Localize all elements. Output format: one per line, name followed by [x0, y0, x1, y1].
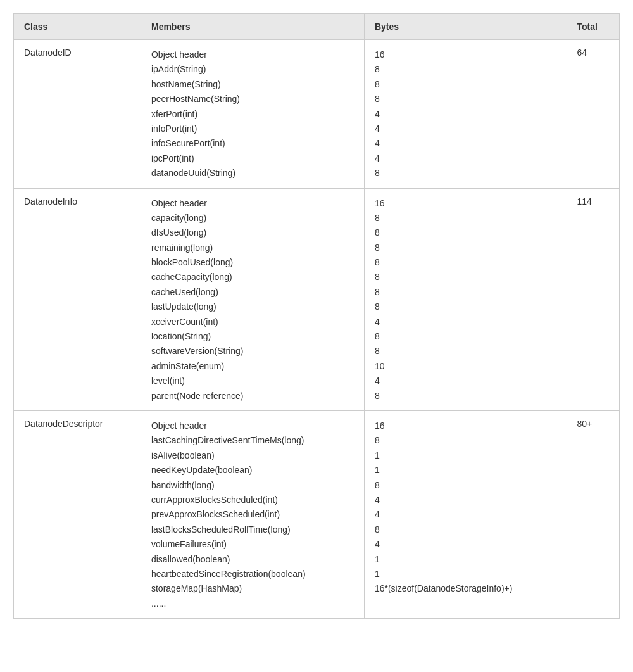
member-item: lastCachingDirectiveSentTimeMs(long) — [151, 433, 354, 447]
member-item: disallowed(boolean) — [151, 552, 354, 566]
byte-item: 4 — [375, 537, 556, 551]
byte-item: 4 — [375, 374, 556, 388]
member-item: Object header — [151, 419, 354, 433]
member-item: Object header — [151, 196, 354, 210]
member-item: hostName(String) — [151, 77, 354, 91]
member-item: currApproxBlocksScheduled(int) — [151, 493, 354, 507]
member-item: ipAddr(String) — [151, 62, 354, 76]
byte-item: 8 — [375, 344, 556, 358]
byte-item: 8 — [375, 62, 556, 76]
bytes-cell: 16811844841116*(sizeof(DatanodeStorageIn… — [364, 410, 567, 618]
member-item: cacheCapacity(long) — [151, 270, 354, 284]
member-item: needKeyUpdate(boolean) — [151, 463, 354, 477]
member-item: storageMap(HashMap) — [151, 581, 354, 595]
member-item: infoPort(int) — [151, 122, 354, 136]
byte-item: 4 — [375, 122, 556, 136]
member-item: prevApproxBlocksScheduled(int) — [151, 507, 354, 521]
member-item: xceiverCount(int) — [151, 315, 354, 329]
member-item: Object header — [151, 48, 354, 61]
byte-item: 4 — [375, 151, 556, 165]
member-item: datanodeUuid(String) — [151, 166, 354, 180]
byte-item: 16 — [375, 48, 556, 61]
byte-item: 8 — [375, 211, 556, 225]
byte-item: 8 — [375, 300, 556, 314]
bytes-cell: 1688844448 — [364, 40, 567, 189]
member-item: adminState(enum) — [151, 359, 354, 373]
member-item: location(String) — [151, 329, 354, 343]
class-cell: DatanodeID — [14, 40, 141, 189]
member-item: peerHostName(String) — [151, 92, 354, 106]
table-row: DatanodeDescriptorObject headerlastCachi… — [14, 410, 620, 618]
byte-item: 4 — [375, 107, 556, 121]
byte-item: 8 — [375, 523, 556, 536]
members-cell: Object headeripAddr(String)hostName(Stri… — [141, 40, 364, 189]
data-table: Class Members Bytes Total DatanodeIDObje… — [13, 13, 620, 619]
member-item: level(int) — [151, 374, 354, 388]
bytes-cell: 1688888884881048 — [364, 188, 567, 410]
member-item: cacheUsed(long) — [151, 285, 354, 299]
member-item: dfsUsed(long) — [151, 225, 354, 239]
byte-item: 8 — [375, 478, 556, 492]
members-cell: Object headercapacity(long)dfsUsed(long)… — [141, 188, 364, 410]
header-bytes: Bytes — [364, 14, 567, 40]
byte-item: 4 — [375, 136, 556, 150]
byte-item: 8 — [375, 329, 556, 343]
member-item: volumeFailures(int) — [151, 537, 354, 551]
class-name: DatanodeID — [24, 48, 72, 58]
byte-item: 4 — [375, 507, 556, 521]
member-item: softwareVersion(String) — [151, 344, 354, 358]
byte-item: 10 — [375, 359, 556, 373]
byte-item: 8 — [375, 241, 556, 255]
byte-item: 16 — [375, 419, 556, 433]
member-item: capacity(long) — [151, 211, 354, 225]
member-item: bandwidth(long) — [151, 478, 354, 492]
class-cell: DatanodeInfo — [14, 188, 141, 410]
byte-item: 1 — [375, 463, 556, 477]
member-item: blockPoolUsed(long) — [151, 255, 354, 269]
member-item: heartbeatedSinceRegistration(boolean) — [151, 567, 354, 581]
total-cell: 64 — [567, 40, 619, 189]
header-total: Total — [567, 14, 619, 40]
byte-item: 8 — [375, 77, 556, 91]
table-header-row: Class Members Bytes Total — [14, 14, 620, 40]
member-item: infoSecurePort(int) — [151, 136, 354, 150]
table-row: DatanodeIDObject headeripAddr(String)hos… — [14, 40, 620, 189]
byte-item: 8 — [375, 433, 556, 447]
byte-item: 8 — [375, 285, 556, 299]
byte-item: 8 — [375, 166, 556, 180]
members-cell: Object headerlastCachingDirectiveSentTim… — [141, 410, 364, 618]
byte-item: 4 — [375, 315, 556, 329]
member-item: remaining(long) — [151, 241, 354, 255]
member-item: ipcPort(int) — [151, 151, 354, 165]
byte-item: 1 — [375, 567, 556, 581]
member-item: lastBlocksScheduledRollTime(long) — [151, 523, 354, 536]
header-members: Members — [141, 14, 364, 40]
byte-item: 8 — [375, 389, 556, 403]
class-cell: DatanodeDescriptor — [14, 410, 141, 618]
class-name: DatanodeDescriptor — [24, 419, 103, 429]
main-table-container: Class Members Bytes Total DatanodeIDObje… — [13, 13, 620, 619]
table-row: DatanodeInfoObject headercapacity(long)d… — [14, 188, 620, 410]
byte-item: 16 — [375, 196, 556, 210]
byte-item: 8 — [375, 255, 556, 269]
byte-item: 1 — [375, 552, 556, 566]
member-item: lastUpdate(long) — [151, 300, 354, 314]
byte-item: 4 — [375, 493, 556, 507]
byte-item: 1 — [375, 448, 556, 462]
byte-item: 8 — [375, 270, 556, 284]
byte-item: 8 — [375, 225, 556, 239]
total-cell: 114 — [567, 188, 619, 410]
header-class: Class — [14, 14, 141, 40]
member-item: ...... — [151, 597, 354, 611]
member-item: isAlive(boolean) — [151, 448, 354, 462]
member-item: parent(Node reference) — [151, 389, 354, 403]
byte-item: 16*(sizeof(DatanodeStorageInfo)+) — [375, 581, 556, 595]
total-cell: 80+ — [567, 410, 619, 618]
member-item: xferPort(int) — [151, 107, 354, 121]
byte-item: 8 — [375, 92, 556, 106]
class-name: DatanodeInfo — [24, 196, 77, 206]
